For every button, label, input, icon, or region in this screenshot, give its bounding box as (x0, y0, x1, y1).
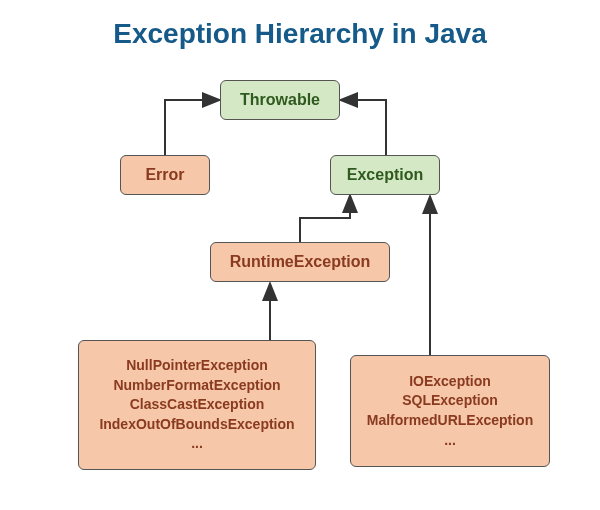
list-item: ... (444, 431, 456, 451)
list-item: NumberFormatException (113, 376, 280, 396)
list-item: ... (191, 434, 203, 454)
node-exception: Exception (330, 155, 440, 195)
list-item: ClassCastException (130, 395, 265, 415)
node-throwable: Throwable (220, 80, 340, 120)
list-item: IOException (409, 372, 491, 392)
node-runtime-exception: RuntimeException (210, 242, 390, 282)
node-checked-exception-list: IOException SQLException MalformedURLExc… (350, 355, 550, 467)
list-item: IndexOutOfBoundsException (99, 415, 294, 435)
list-item: NullPointerException (126, 356, 268, 376)
node-error: Error (120, 155, 210, 195)
list-item: MalformedURLException (367, 411, 533, 431)
node-runtime-exception-list: NullPointerException NumberFormatExcepti… (78, 340, 316, 470)
diagram-canvas: Throwable Error Exception RuntimeExcepti… (0, 0, 600, 510)
list-item: SQLException (402, 391, 498, 411)
